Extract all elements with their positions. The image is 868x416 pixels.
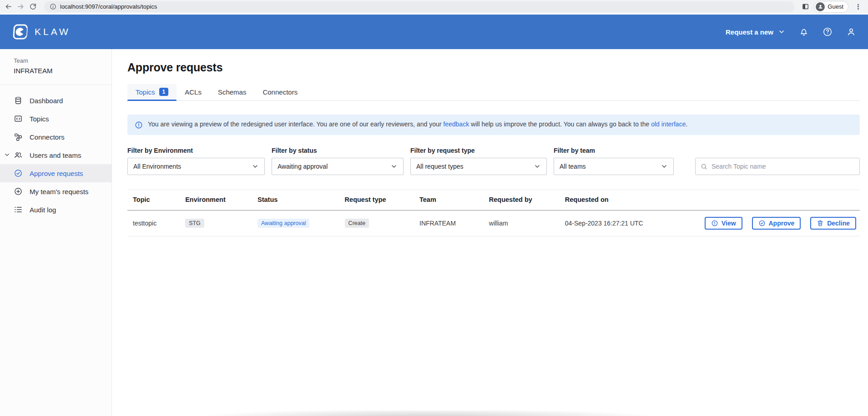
column-header-requested-on: Requested on xyxy=(561,190,693,211)
profile-name: Guest xyxy=(828,3,843,10)
sidebar-item-label: Approve requests xyxy=(30,170,83,177)
page-info-icon[interactable] xyxy=(50,3,56,10)
brand[interactable]: KLAW xyxy=(12,23,71,40)
sidebar-item-label: Users and teams xyxy=(30,151,81,159)
tab-topics[interactable]: Topics 1 xyxy=(127,84,177,100)
approve-button-label: Approve xyxy=(769,220,795,227)
banner-text-part: will help us improve the product. You ca… xyxy=(469,120,651,128)
team-select-value: All teams xyxy=(560,163,586,170)
preview-info-banner: You are viewing a preview of the redesig… xyxy=(127,115,860,135)
request-type-select-value: All request types xyxy=(416,163,464,170)
column-header-topic: Topic xyxy=(127,190,182,211)
trash-icon xyxy=(817,220,824,227)
exclamation-circle-icon xyxy=(711,220,718,227)
users-and-teams-icon xyxy=(14,150,23,160)
old-interface-link[interactable]: old interface xyxy=(651,120,686,128)
audit-log-icon xyxy=(14,205,23,214)
request-a-new-button[interactable]: Request a new xyxy=(726,28,785,36)
request-a-new-label: Request a new xyxy=(726,28,773,36)
side-panel-icon[interactable] xyxy=(802,3,809,10)
column-header-environment: Environment xyxy=(182,190,254,211)
chevron-down-icon[interactable] xyxy=(4,151,10,158)
request-type-select[interactable]: All request types xyxy=(410,158,547,175)
connectors-icon xyxy=(14,132,23,141)
my-teams-requests-icon xyxy=(14,187,23,196)
sidebar: Team INFRATEAM Dashboard Topics xyxy=(0,49,112,416)
url-bar[interactable]: localhost:9097/coral/approvals/topics xyxy=(44,1,794,12)
app-header: KLAW Request a new xyxy=(0,15,868,49)
browser-back-icon[interactable] xyxy=(5,3,12,10)
environment-select-value: All Environments xyxy=(133,163,181,170)
filter-request-type: Filter by request type All request types xyxy=(410,147,547,175)
column-header-team: Team xyxy=(416,190,485,211)
filter-request-type-label: Filter by request type xyxy=(410,147,547,154)
sidebar-item-label: Dashboard xyxy=(30,97,63,105)
tab-connectors[interactable]: Connectors xyxy=(254,84,306,100)
topic-search xyxy=(695,158,860,175)
tab-label: Topics xyxy=(136,88,155,96)
tab-schemas[interactable]: Schemas xyxy=(210,84,255,100)
banner-text-part: You are viewing a preview of the redesig… xyxy=(148,120,443,128)
decline-button[interactable]: Decline xyxy=(810,217,856,230)
column-header-requested-by: Requested by xyxy=(485,190,561,211)
chevron-down-icon xyxy=(661,163,668,170)
sidebar-divider xyxy=(0,85,111,85)
browser-profile[interactable]: Guest xyxy=(814,1,848,13)
column-header-request-type: Request type xyxy=(341,190,416,211)
filter-environment-label: Filter by Environment xyxy=(127,147,265,154)
column-header-actions xyxy=(693,190,860,211)
cell-requested-by: william xyxy=(485,211,561,236)
page-title: Approve requests xyxy=(127,61,860,74)
sidebar-item-audit-log[interactable]: Audit log xyxy=(0,200,111,219)
sidebar-item-approve-requests[interactable]: Approve requests xyxy=(0,164,111,182)
view-button[interactable]: View xyxy=(705,217,742,230)
search-input[interactable] xyxy=(712,163,855,170)
klaw-logo-icon xyxy=(12,23,28,40)
check-circle-icon xyxy=(758,220,766,227)
help-icon[interactable] xyxy=(823,27,833,37)
sidebar-item-label: Topics xyxy=(30,115,49,123)
decline-button-label: Decline xyxy=(827,220,850,227)
cell-team: INFRATEAM xyxy=(416,211,485,236)
avatar-icon xyxy=(816,2,825,11)
filter-team-label: Filter by team xyxy=(554,147,674,154)
sidebar-item-dashboard[interactable]: Dashboard xyxy=(0,91,111,110)
browser-menu-icon[interactable]: ⋮ xyxy=(853,3,863,11)
topics-icon xyxy=(14,114,23,123)
sidebar-item-label: Audit log xyxy=(30,206,56,214)
notifications-bell-icon[interactable] xyxy=(799,27,809,37)
approve-requests-icon xyxy=(14,169,23,178)
sidebar-item-my-teams-requests[interactable]: My team's requests xyxy=(0,182,111,200)
team-select[interactable]: All teams xyxy=(554,158,674,175)
chevron-down-icon xyxy=(534,163,541,170)
filter-toolbar: Filter by Environment All Environments F… xyxy=(127,147,860,175)
info-icon xyxy=(135,121,143,129)
filter-team: Filter by team All teams xyxy=(554,147,674,175)
approve-button[interactable]: Approve xyxy=(752,217,801,230)
chevron-down-icon xyxy=(778,28,785,35)
brand-name: KLAW xyxy=(35,26,71,37)
sidebar-item-users-and-teams[interactable]: Users and teams xyxy=(0,146,111,164)
feedback-link[interactable]: feedback xyxy=(443,120,469,128)
status-select[interactable]: Awaiting approval xyxy=(272,158,404,175)
search-icon xyxy=(700,163,708,170)
filter-environment: Filter by Environment All Environments xyxy=(127,147,265,175)
tab-acls[interactable]: ACLs xyxy=(177,84,210,100)
sidebar-item-connectors[interactable]: Connectors xyxy=(0,128,111,146)
view-button-label: View xyxy=(722,220,736,227)
browser-toolbar: localhost:9097/coral/approvals/topics Gu… xyxy=(0,0,868,15)
chevron-down-icon xyxy=(390,163,398,170)
browser-reload-icon[interactable] xyxy=(29,3,37,10)
table-header-row: Topic Environment Status Request type Te… xyxy=(127,190,860,211)
user-profile-icon[interactable] xyxy=(846,27,856,37)
request-type-tabs: Topics 1 ACLs Schemas Connectors xyxy=(127,84,860,101)
sidebar-nav: Dashboard Topics Connectors xyxy=(0,91,111,219)
browser-forward-icon[interactable] xyxy=(17,3,25,10)
tab-label: Connectors xyxy=(262,88,298,96)
filter-status: Filter by status Awaiting approval xyxy=(272,147,404,175)
cell-topic: testtopic xyxy=(127,211,182,236)
sidebar-item-topics[interactable]: Topics xyxy=(0,110,111,128)
environment-select[interactable]: All Environments xyxy=(127,158,265,175)
sidebar-item-label: Connectors xyxy=(30,133,65,141)
dashboard-icon xyxy=(14,96,23,105)
